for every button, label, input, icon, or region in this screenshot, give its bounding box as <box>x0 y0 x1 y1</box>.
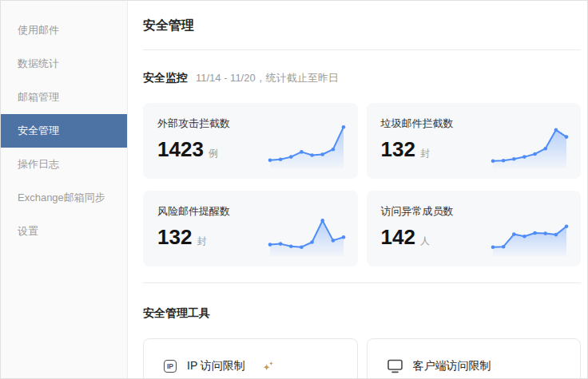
sidebar-item-label: 数据统计 <box>18 57 59 69</box>
metric-value: 132 <box>157 226 192 248</box>
tool-card-client-access-restriction[interactable]: 客户端访问限制 <box>367 338 582 379</box>
sidebar-item-mailbox-management[interactable]: 邮箱管理 <box>1 81 127 114</box>
divider <box>143 282 581 283</box>
sidebar-item-label: 操作日志 <box>18 158 59 170</box>
sparkline-container <box>490 119 570 172</box>
sparkline-container <box>490 207 570 259</box>
divider <box>143 49 581 50</box>
monitor-icon <box>387 359 403 373</box>
metric-value: 132 <box>381 138 415 160</box>
trend-sparkline-chart <box>267 207 347 256</box>
trend-sparkline-chart <box>490 119 570 168</box>
metric-card-spam-blocks[interactable]: 垃圾邮件拦截数132封 <box>367 103 582 179</box>
metric-cards-grid: 外部攻击拦截数1423例垃圾邮件拦截数132封风险邮件提醒数132封访问异常成员… <box>143 103 581 266</box>
metric-unit: 封 <box>420 147 430 160</box>
tool-label: 客户端访问限制 <box>413 359 491 373</box>
tool-card-ip-access-restriction[interactable]: IPIP 访问限制 <box>143 338 358 379</box>
ip-box-icon-text: IP <box>167 362 173 370</box>
main-content: 安全管理 安全监控 11/14 - 11/20，统计截止至昨日 外部攻击拦截数1… <box>128 1 587 378</box>
sparkline-container <box>267 119 347 172</box>
sidebar-item-data-statistics[interactable]: 数据统计 <box>1 47 127 81</box>
metric-unit: 封 <box>197 235 206 248</box>
page-title: 安全管理 <box>143 18 581 33</box>
sidebar-item-settings[interactable]: 设置 <box>1 215 127 248</box>
sidebar-item-label: 设置 <box>18 225 38 237</box>
sidebar: 使用邮件数据统计邮箱管理安全管理操作日志Exchange邮箱同步设置 <box>1 1 128 378</box>
metric-value: 142 <box>381 226 415 248</box>
trend-sparkline-chart <box>267 119 347 168</box>
security-monitor-title: 安全监控 <box>143 70 188 85</box>
sidebar-item-label: 使用邮件 <box>18 24 59 36</box>
sidebar-item-label: 邮箱管理 <box>18 91 59 103</box>
metric-card-risky-mail-alerts[interactable]: 风险邮件提醒数132封 <box>143 191 358 266</box>
sidebar-item-operation-log[interactable]: 操作日志 <box>1 148 127 181</box>
security-tools-title: 安全管理工具 <box>143 306 581 320</box>
metric-card-external-attack-blocks[interactable]: 外部攻击拦截数1423例 <box>143 103 358 179</box>
security-tools-grid: IPIP 访问限制客户端访问限制 <box>143 338 581 379</box>
sidebar-item-label: 安全管理 <box>18 124 59 136</box>
sidebar-item-label: Exchange邮箱同步 <box>18 191 105 203</box>
sparkline-container <box>267 207 347 259</box>
tool-label: IP 访问限制 <box>187 359 245 373</box>
metric-card-abnormal-access-members[interactable]: 访问异常成员数142人 <box>367 191 582 266</box>
security-monitor-date-range: 11/14 - 11/20，统计截止至昨日 <box>196 71 339 85</box>
admin-console-window: 使用邮件数据统计邮箱管理安全管理操作日志Exchange邮箱同步设置 安全管理 … <box>0 0 588 379</box>
sidebar-item-exchange-sync[interactable]: Exchange邮箱同步 <box>1 181 127 215</box>
trend-sparkline-chart <box>490 207 570 256</box>
ai-sparkle-icon <box>261 360 275 373</box>
sidebar-item-security-management[interactable]: 安全管理 <box>1 114 127 148</box>
security-monitor-header: 安全监控 11/14 - 11/20，统计截止至昨日 <box>143 70 581 85</box>
metric-value: 1423 <box>157 138 204 160</box>
ip-box-icon: IP <box>164 360 177 373</box>
metric-unit: 例 <box>209 147 218 160</box>
sidebar-item-usage-mail[interactable]: 使用邮件 <box>1 14 127 47</box>
metric-unit: 人 <box>420 235 430 248</box>
